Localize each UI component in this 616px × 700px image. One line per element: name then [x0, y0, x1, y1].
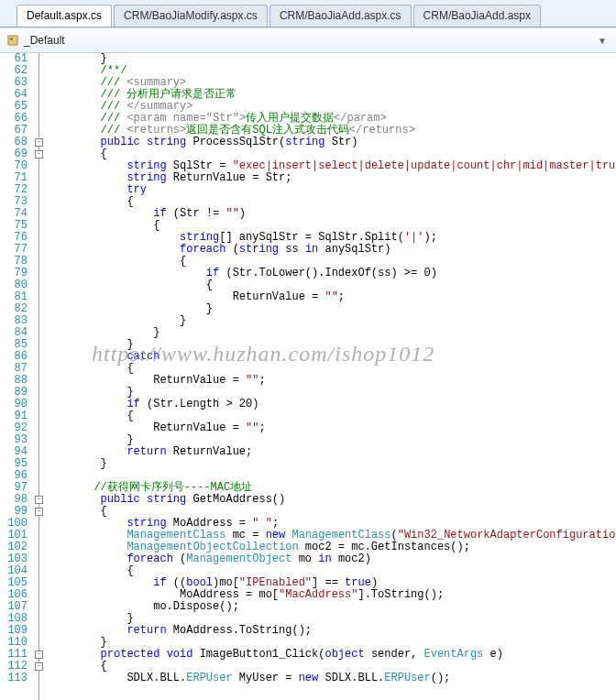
outlining-margin[interactable]: ------: [33, 53, 48, 700]
class-context-label[interactable]: _Default: [24, 34, 65, 47]
fold-toggle[interactable]: -: [35, 150, 43, 159]
code-line[interactable]: return MoAddress.ToString();: [48, 625, 616, 637]
line-number-gutter: 6162636465666768697071727374757677787980…: [0, 53, 33, 700]
line-number: 113: [0, 673, 28, 684]
class-icon: [6, 33, 20, 48]
code-line[interactable]: SDLX.BLL.ERPUser MyUser = new SDLX.BLL.E…: [48, 673, 616, 684]
tab-default[interactable]: Default.aspx.cs: [16, 5, 112, 27]
tab-bar: Default.aspx.cs CRM/BaoJiaModify.aspx.cs…: [0, 0, 616, 27]
fold-toggle[interactable]: -: [35, 496, 43, 504]
code-area[interactable]: } /**/ /// <summary> /// 分析用户请求是否正常 /// …: [48, 53, 616, 700]
fold-toggle[interactable]: -: [35, 651, 43, 659]
fold-toggle[interactable]: -: [35, 138, 43, 147]
member-dropdown[interactable]: ▼: [594, 34, 610, 48]
code-line[interactable]: protected void ImageButton1_Click(object…: [48, 649, 616, 661]
svg-rect-1: [10, 38, 13, 40]
code-line[interactable]: public string ProcessSqlStr(string Str): [48, 137, 616, 148]
fold-toggle[interactable]: -: [35, 662, 43, 671]
code-line[interactable]: }: [48, 53, 616, 65]
code-editor[interactable]: 6162636465666768697071727374757677787980…: [0, 53, 616, 700]
code-line[interactable]: return ReturnValue;: [48, 446, 616, 458]
code-line[interactable]: public string GetMoAddress(): [48, 494, 616, 506]
navigation-toolbar: _Default ▼: [0, 27, 616, 53]
code-line[interactable]: }: [48, 458, 616, 470]
tab-baojiamodify[interactable]: CRM/BaoJiaModify.aspx.cs: [114, 5, 268, 27]
fold-toggle[interactable]: -: [35, 508, 43, 516]
tab-baojiaadd-aspx[interactable]: CRM/BaoJiaAdd.aspx: [413, 5, 541, 27]
tab-baojiaadd-cs[interactable]: CRM/BaoJiaAdd.aspx.cs: [270, 5, 412, 27]
